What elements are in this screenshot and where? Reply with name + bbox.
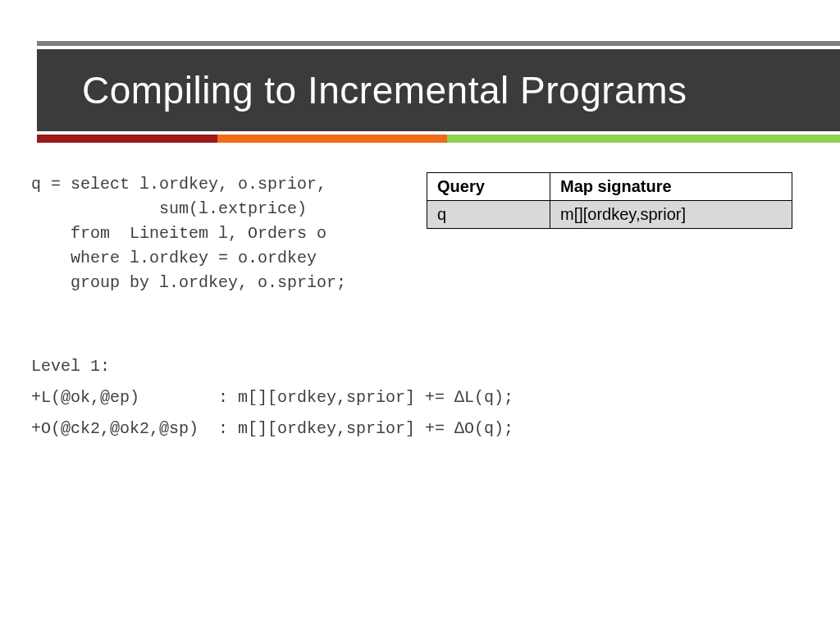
slide-title: Compiling to Incremental Programs xyxy=(82,68,687,112)
table-row: q m[][ordkey,sprior] xyxy=(427,201,792,229)
strip-red xyxy=(37,135,217,143)
th-map-signature: Map signature xyxy=(550,173,792,201)
strip-orange xyxy=(217,135,447,143)
level-code-block: Level 1: +L(@ok,@ep) : m[][ordkey,sprior… xyxy=(31,351,514,445)
strip-green xyxy=(447,135,840,143)
cell-query: q xyxy=(427,201,550,229)
query-code-block: q = select l.ordkey, o.sprior, sum(l.ext… xyxy=(31,172,346,295)
th-query: Query xyxy=(427,173,550,201)
accent-thin-bar xyxy=(37,41,840,46)
map-signature-table: Query Map signature q m[][ordkey,sprior] xyxy=(427,172,792,229)
title-band: Compiling to Incremental Programs xyxy=(37,49,840,131)
color-strip xyxy=(37,135,840,143)
table-header-row: Query Map signature xyxy=(427,173,792,201)
cell-map-signature: m[][ordkey,sprior] xyxy=(550,201,792,229)
